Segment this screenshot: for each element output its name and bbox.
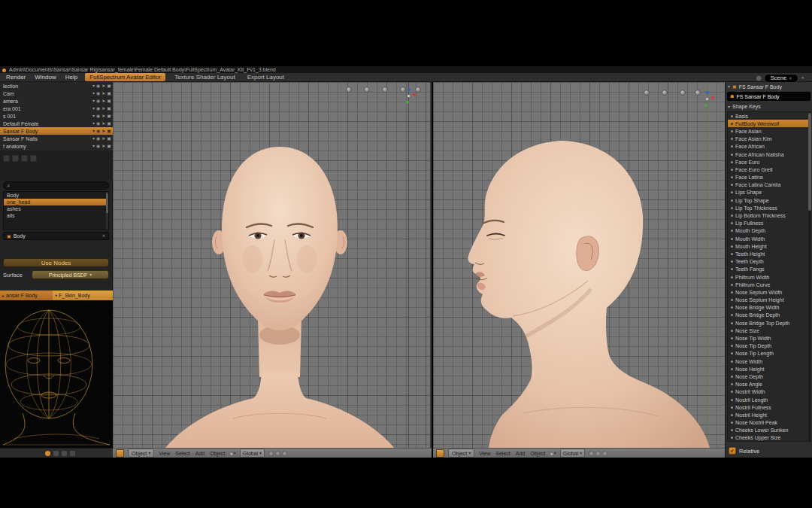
datablock-scrollbar[interactable] bbox=[106, 192, 108, 230]
render-icon[interactable] bbox=[282, 451, 287, 456]
shape-key-item[interactable]: Face African bbox=[728, 143, 808, 151]
viewport-menu[interactable]: Select bbox=[174, 451, 190, 456]
shape-key-item[interactable]: Mouth Depth bbox=[728, 227, 808, 235]
strip-icon[interactable] bbox=[53, 451, 59, 456]
search-box[interactable] bbox=[3, 181, 109, 190]
render-camera-icon[interactable] bbox=[107, 84, 111, 88]
avatar-front-view[interactable] bbox=[113, 82, 432, 448]
snap-icon[interactable] bbox=[595, 451, 601, 456]
properties-tab-icon[interactable] bbox=[3, 155, 10, 162]
snap-icon[interactable] bbox=[275, 451, 280, 456]
shape-key-item[interactable]: Nose Bridge Depth bbox=[728, 312, 808, 319]
render-camera-icon[interactable] bbox=[107, 91, 111, 96]
visibility-eye-icon[interactable] bbox=[96, 114, 100, 118]
selectability-cursor-icon[interactable] bbox=[102, 99, 105, 103]
expand-icon[interactable] bbox=[92, 136, 95, 141]
object-id-field[interactable]: FS Sansar F Body bbox=[727, 92, 810, 101]
viewport-front[interactable] bbox=[113, 82, 432, 448]
expand-icon[interactable] bbox=[92, 106, 95, 111]
relative-checkbox[interactable] bbox=[729, 447, 736, 455]
outliner-item[interactable]: Default Female bbox=[0, 120, 113, 127]
shape-key-item[interactable]: Nose Width bbox=[728, 357, 808, 365]
render-icon[interactable] bbox=[602, 451, 607, 456]
scene-empty-icon[interactable] bbox=[364, 87, 370, 93]
selectability-cursor-icon[interactable] bbox=[102, 114, 105, 118]
shape-key-item[interactable]: Nose Depth bbox=[728, 373, 808, 380]
shape-key-item[interactable]: Nose Tip Depth bbox=[728, 342, 808, 350]
shape-key-item[interactable]: Lip Bottom Thickness bbox=[728, 211, 808, 219]
expand-icon[interactable] bbox=[728, 84, 730, 89]
shape-key-item[interactable]: Lip Top Shape bbox=[728, 196, 808, 204]
outliner-item[interactable]: era 001 bbox=[0, 105, 113, 112]
viewport-menu[interactable]: Object bbox=[209, 451, 226, 456]
outliner-item[interactable]: lection bbox=[0, 82, 113, 90]
menu-item[interactable]: Help bbox=[64, 74, 79, 81]
shape-key-item[interactable]: Nose Septum Width bbox=[728, 288, 808, 296]
orientation-dropdown[interactable]: Global bbox=[560, 449, 585, 458]
scene-empty-icon[interactable] bbox=[644, 90, 650, 96]
shape-key-item[interactable]: Nose Tip Length bbox=[728, 350, 808, 357]
breadcrumb-object[interactable]: ansar F Body bbox=[0, 291, 53, 300]
strip-icon[interactable] bbox=[62, 451, 67, 456]
viewport-menu[interactable]: Object bbox=[529, 451, 546, 456]
manipulator-icon[interactable] bbox=[589, 451, 594, 456]
visibility-eye-icon[interactable] bbox=[96, 91, 100, 96]
selectability-cursor-icon[interactable] bbox=[102, 144, 105, 148]
datablock-item[interactable]: alls bbox=[4, 212, 108, 219]
shape-key-item[interactable]: Nose Angle bbox=[728, 381, 808, 388]
shape-key-item[interactable]: Nose Size bbox=[728, 327, 808, 334]
viewport-menu[interactable]: Select bbox=[495, 451, 511, 456]
scene-empty-icon[interactable] bbox=[680, 90, 686, 96]
shape-key-item[interactable]: Teeth Fangs bbox=[728, 266, 808, 273]
outliner-item[interactable]: Cam bbox=[0, 90, 113, 97]
shading-dropdown[interactable] bbox=[550, 451, 556, 456]
properties-tab-icon[interactable] bbox=[21, 155, 28, 162]
shape-key-item[interactable]: Lips Shape bbox=[728, 189, 808, 196]
shape-key-item[interactable]: FullBody Werewolf bbox=[728, 120, 808, 127]
selectability-cursor-icon[interactable] bbox=[102, 84, 105, 88]
shape-key-item[interactable]: Nose Bridge Width bbox=[728, 304, 808, 312]
axis-gizmo[interactable] bbox=[700, 91, 715, 109]
layout-tab-active[interactable]: FullSpectrum Avatar Editor bbox=[85, 73, 165, 81]
viewport-menu[interactable]: Add bbox=[515, 451, 526, 456]
shape-key-item[interactable]: Face Euro Gretl bbox=[728, 166, 808, 173]
selectability-cursor-icon[interactable] bbox=[102, 129, 105, 133]
visibility-eye-icon[interactable] bbox=[96, 144, 100, 148]
orientation-dropdown[interactable]: Global bbox=[240, 449, 265, 458]
shape-key-item[interactable]: Philtrum Curve bbox=[728, 281, 808, 288]
menu-item[interactable]: Render bbox=[5, 74, 27, 81]
expand-icon[interactable] bbox=[92, 121, 95, 126]
datablock-name-field[interactable]: Body bbox=[3, 232, 109, 240]
visibility-eye-icon[interactable] bbox=[96, 99, 100, 103]
outliner-item[interactable]: s 001 bbox=[0, 112, 113, 120]
shape-key-item[interactable]: Basis bbox=[728, 112, 808, 120]
visibility-eye-icon[interactable] bbox=[96, 84, 100, 88]
scrollbar-thumb[interactable] bbox=[808, 113, 811, 211]
shape-key-item[interactable]: Face Asian bbox=[728, 127, 808, 135]
viewport-menu[interactable]: View bbox=[158, 451, 171, 456]
shape-key-item[interactable]: Nostril Height bbox=[728, 411, 808, 418]
search-input[interactable] bbox=[12, 182, 98, 189]
scene-empty-icon[interactable] bbox=[662, 90, 668, 96]
expand-icon[interactable] bbox=[92, 129, 95, 133]
pin-icon[interactable] bbox=[45, 451, 50, 456]
render-camera-icon[interactable] bbox=[107, 136, 111, 141]
layout-tab[interactable]: Texture Shader Layout bbox=[171, 74, 238, 81]
outliner-item[interactable]: Sansar F Nails bbox=[0, 135, 113, 142]
outliner-item[interactable]: Sansar F Body bbox=[0, 127, 113, 135]
shape-key-item[interactable]: Philtrum Width bbox=[728, 273, 808, 281]
shape-key-item[interactable]: Face Euro bbox=[728, 158, 808, 166]
scene-unlink-icon[interactable] bbox=[789, 77, 792, 81]
viewport-side[interactable] bbox=[433, 82, 725, 448]
selectability-cursor-icon[interactable] bbox=[102, 106, 105, 111]
shape-key-item[interactable]: Mouth Height bbox=[728, 242, 808, 250]
properties-tab-icon[interactable] bbox=[30, 155, 37, 162]
selectability-cursor-icon[interactable] bbox=[102, 91, 105, 96]
surface-shader-dropdown[interactable]: Principled BSDF bbox=[32, 270, 109, 279]
manipulator-icon[interactable] bbox=[268, 451, 274, 456]
render-camera-icon[interactable] bbox=[107, 106, 111, 111]
render-camera-icon[interactable] bbox=[107, 144, 111, 148]
expand-icon[interactable] bbox=[92, 91, 95, 96]
scene-empty-icon[interactable] bbox=[346, 87, 352, 93]
clear-name-icon[interactable] bbox=[102, 234, 105, 238]
